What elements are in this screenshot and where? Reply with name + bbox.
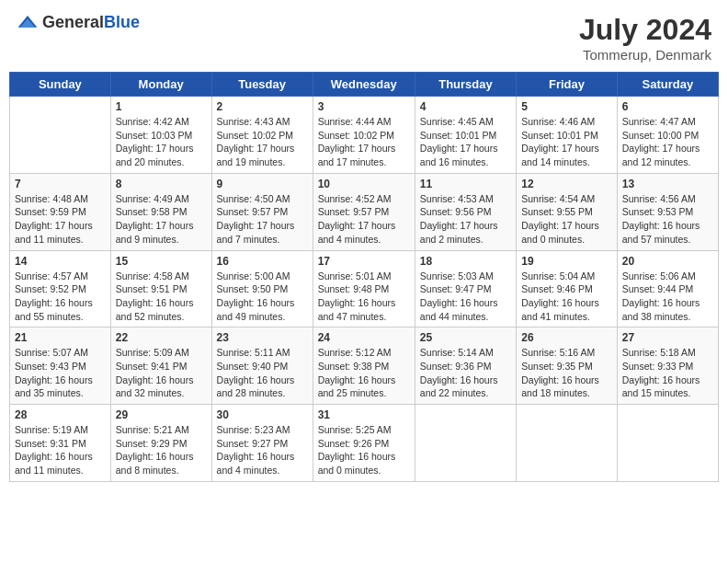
day-number: 20 xyxy=(622,255,713,268)
day-header-thursday: Thursday xyxy=(415,73,516,97)
day-number: 16 xyxy=(217,255,308,268)
calendar-cell: 6Sunrise: 4:47 AM Sunset: 10:00 PM Dayli… xyxy=(617,97,718,174)
calendar-cell: 17Sunrise: 5:01 AM Sunset: 9:48 PM Dayli… xyxy=(313,250,415,327)
logo-icon xyxy=(17,14,39,32)
day-header-wednesday: Wednesday xyxy=(313,73,415,97)
logo-blue: Blue xyxy=(104,13,140,31)
day-info: Sunrise: 5:00 AM Sunset: 9:50 PM Dayligh… xyxy=(217,270,308,324)
calendar-table: SundayMondayTuesdayWednesdayThursdayFrid… xyxy=(9,72,719,482)
location: Tommerup, Denmark xyxy=(579,47,711,63)
day-info: Sunrise: 4:49 AM Sunset: 9:58 PM Dayligh… xyxy=(116,192,207,247)
day-info: Sunrise: 5:16 AM Sunset: 9:35 PM Dayligh… xyxy=(521,346,612,400)
calendar-cell: 3Sunrise: 4:44 AM Sunset: 10:02 PM Dayli… xyxy=(313,97,415,174)
day-header-friday: Friday xyxy=(517,73,618,97)
day-info: Sunrise: 4:53 AM Sunset: 9:56 PM Dayligh… xyxy=(420,192,511,247)
day-number: 29 xyxy=(116,408,207,421)
page-header: GeneralBlue July 2024 Tommerup, Denmark xyxy=(9,9,719,66)
title-block: July 2024 Tommerup, Denmark xyxy=(579,13,711,63)
calendar-cell: 25Sunrise: 5:14 AM Sunset: 9:36 PM Dayli… xyxy=(415,327,516,405)
calendar-week-row: 7Sunrise: 4:48 AM Sunset: 9:59 PM Daylig… xyxy=(10,173,719,250)
day-number: 21 xyxy=(15,331,106,344)
day-number: 14 xyxy=(15,255,106,268)
day-number: 5 xyxy=(521,100,612,113)
calendar-cell: 5Sunrise: 4:46 AM Sunset: 10:01 PM Dayli… xyxy=(517,97,618,174)
day-info: Sunrise: 5:25 AM Sunset: 9:26 PM Dayligh… xyxy=(318,423,410,477)
day-info: Sunrise: 4:52 AM Sunset: 9:57 PM Dayligh… xyxy=(318,192,410,247)
day-info: Sunrise: 4:47 AM Sunset: 10:00 PM Daylig… xyxy=(622,115,713,169)
logo: GeneralBlue xyxy=(17,13,140,32)
day-info: Sunrise: 4:44 AM Sunset: 10:02 PM Daylig… xyxy=(318,115,410,169)
day-info: Sunrise: 4:43 AM Sunset: 10:02 PM Daylig… xyxy=(217,115,308,169)
calendar-cell: 18Sunrise: 5:03 AM Sunset: 9:47 PM Dayli… xyxy=(415,250,516,327)
calendar-cell: 22Sunrise: 5:09 AM Sunset: 9:41 PM Dayli… xyxy=(110,327,211,405)
calendar-cell: 30Sunrise: 5:23 AM Sunset: 9:27 PM Dayli… xyxy=(211,405,313,482)
calendar-cell: 7Sunrise: 4:48 AM Sunset: 9:59 PM Daylig… xyxy=(10,173,111,250)
month-title: July 2024 xyxy=(579,13,711,47)
calendar-cell: 21Sunrise: 5:07 AM Sunset: 9:43 PM Dayli… xyxy=(10,327,111,405)
calendar-week-row: 21Sunrise: 5:07 AM Sunset: 9:43 PM Dayli… xyxy=(10,327,719,405)
day-number: 2 xyxy=(217,100,308,113)
day-number: 25 xyxy=(420,331,511,344)
day-number: 31 xyxy=(318,408,410,421)
day-number: 6 xyxy=(622,100,713,113)
day-info: Sunrise: 4:56 AM Sunset: 9:53 PM Dayligh… xyxy=(622,192,713,247)
day-info: Sunrise: 5:21 AM Sunset: 9:29 PM Dayligh… xyxy=(116,423,207,477)
day-info: Sunrise: 5:06 AM Sunset: 9:44 PM Dayligh… xyxy=(622,270,713,324)
calendar-cell: 9Sunrise: 4:50 AM Sunset: 9:57 PM Daylig… xyxy=(211,173,313,250)
calendar-cell: 31Sunrise: 5:25 AM Sunset: 9:26 PM Dayli… xyxy=(313,405,415,482)
calendar-cell xyxy=(10,97,111,174)
day-number: 28 xyxy=(15,408,106,421)
day-number: 13 xyxy=(622,178,713,190)
day-number: 10 xyxy=(318,178,410,190)
day-number: 15 xyxy=(116,255,207,268)
calendar-cell: 19Sunrise: 5:04 AM Sunset: 9:46 PM Dayli… xyxy=(517,250,618,327)
day-info: Sunrise: 5:14 AM Sunset: 9:36 PM Dayligh… xyxy=(420,346,511,400)
day-number: 27 xyxy=(622,331,713,344)
calendar-cell xyxy=(517,405,618,482)
day-info: Sunrise: 5:18 AM Sunset: 9:33 PM Dayligh… xyxy=(622,346,713,400)
day-number: 24 xyxy=(318,331,410,344)
calendar-cell: 14Sunrise: 4:57 AM Sunset: 9:52 PM Dayli… xyxy=(10,250,111,327)
day-info: Sunrise: 5:23 AM Sunset: 9:27 PM Dayligh… xyxy=(217,423,308,477)
day-info: Sunrise: 4:42 AM Sunset: 10:03 PM Daylig… xyxy=(116,115,207,169)
day-info: Sunrise: 5:04 AM Sunset: 9:46 PM Dayligh… xyxy=(521,270,612,324)
calendar-cell: 4Sunrise: 4:45 AM Sunset: 10:01 PM Dayli… xyxy=(415,97,516,174)
day-number: 4 xyxy=(420,100,511,113)
day-info: Sunrise: 4:46 AM Sunset: 10:01 PM Daylig… xyxy=(521,115,612,169)
day-header-monday: Monday xyxy=(110,73,211,97)
day-info: Sunrise: 4:50 AM Sunset: 9:57 PM Dayligh… xyxy=(217,192,308,247)
day-number: 30 xyxy=(217,408,308,421)
calendar-cell: 15Sunrise: 4:58 AM Sunset: 9:51 PM Dayli… xyxy=(110,250,211,327)
day-info: Sunrise: 5:07 AM Sunset: 9:43 PM Dayligh… xyxy=(15,346,106,400)
day-number: 17 xyxy=(318,255,410,268)
day-number: 19 xyxy=(521,255,612,268)
day-info: Sunrise: 4:48 AM Sunset: 9:59 PM Dayligh… xyxy=(15,192,106,247)
calendar-cell: 29Sunrise: 5:21 AM Sunset: 9:29 PM Dayli… xyxy=(110,405,211,482)
calendar-header-row: SundayMondayTuesdayWednesdayThursdayFrid… xyxy=(10,73,719,97)
calendar-cell: 27Sunrise: 5:18 AM Sunset: 9:33 PM Dayli… xyxy=(617,327,718,405)
day-number: 9 xyxy=(217,178,308,190)
day-info: Sunrise: 5:11 AM Sunset: 9:40 PM Dayligh… xyxy=(217,346,308,400)
calendar-week-row: 28Sunrise: 5:19 AM Sunset: 9:31 PM Dayli… xyxy=(10,405,719,482)
day-number: 12 xyxy=(521,178,612,190)
day-info: Sunrise: 5:19 AM Sunset: 9:31 PM Dayligh… xyxy=(15,423,106,477)
day-info: Sunrise: 4:54 AM Sunset: 9:55 PM Dayligh… xyxy=(521,192,612,247)
logo-text: GeneralBlue xyxy=(42,13,140,32)
calendar-cell: 10Sunrise: 4:52 AM Sunset: 9:57 PM Dayli… xyxy=(313,173,415,250)
day-header-tuesday: Tuesday xyxy=(211,73,313,97)
day-number: 8 xyxy=(116,178,207,190)
calendar-cell: 1Sunrise: 4:42 AM Sunset: 10:03 PM Dayli… xyxy=(110,97,211,174)
calendar-cell: 11Sunrise: 4:53 AM Sunset: 9:56 PM Dayli… xyxy=(415,173,516,250)
day-number: 3 xyxy=(318,100,410,113)
calendar-week-row: 1Sunrise: 4:42 AM Sunset: 10:03 PM Dayli… xyxy=(10,97,719,174)
calendar-cell: 23Sunrise: 5:11 AM Sunset: 9:40 PM Dayli… xyxy=(211,327,313,405)
day-info: Sunrise: 5:12 AM Sunset: 9:38 PM Dayligh… xyxy=(318,346,410,400)
day-number: 22 xyxy=(116,331,207,344)
day-info: Sunrise: 5:03 AM Sunset: 9:47 PM Dayligh… xyxy=(420,270,511,324)
calendar-cell xyxy=(617,405,718,482)
calendar-cell: 13Sunrise: 4:56 AM Sunset: 9:53 PM Dayli… xyxy=(617,173,718,250)
day-header-sunday: Sunday xyxy=(10,73,111,97)
day-info: Sunrise: 5:09 AM Sunset: 9:41 PM Dayligh… xyxy=(116,346,207,400)
day-number: 1 xyxy=(116,100,207,113)
calendar-cell: 8Sunrise: 4:49 AM Sunset: 9:58 PM Daylig… xyxy=(110,173,211,250)
